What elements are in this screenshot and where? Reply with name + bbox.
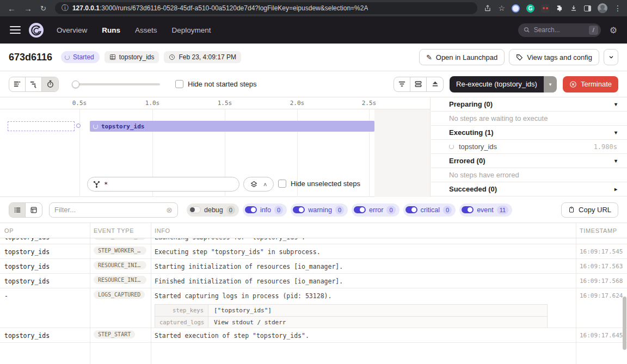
copy-url-button[interactable]: Copy URL (561, 202, 618, 218)
rows-view-button[interactable] (410, 77, 427, 91)
section-title: Errored (0) (449, 157, 485, 165)
level-count-badge: 11 (497, 206, 508, 214)
log-info-cell: Starting initialization of resources [io… (155, 263, 569, 270)
step-section-header[interactable]: Preparing (0)▾ (431, 97, 627, 112)
gantt-zoom-slider[interactable] (73, 83, 160, 85)
caret-down-icon: ▾ (614, 129, 617, 135)
log-row[interactable]: -LOGS_CAPTUREDStarted capturing logs in … (0, 288, 627, 328)
log-row[interactable]: topstory_idsSTEP_WORKER_STARTINGLaunchin… (0, 238, 627, 244)
gantt-timed-mode-button[interactable] (42, 77, 58, 91)
metadata-value: ["topstory_ids"] (208, 305, 547, 316)
level-count-badge: 0 (335, 206, 344, 214)
toggle-switch[interactable] (462, 206, 474, 213)
extension-clock-icon[interactable] (512, 4, 520, 13)
toggle-switch[interactable] (189, 206, 201, 213)
reload-icon[interactable]: ↻ (40, 4, 46, 13)
log-event-type-cell: STEP_WORKER_STARTED (94, 246, 146, 257)
executing-step-row[interactable]: topstory_ids1.980s (431, 140, 627, 154)
toggle-switch[interactable] (405, 206, 417, 213)
hide-not-started-label: Hide not started steps (188, 80, 256, 88)
log-scrollbar[interactable] (623, 297, 626, 350)
level-chip-error[interactable]: error0 (352, 203, 399, 217)
slider-knob[interactable] (72, 81, 79, 88)
gantt-waterfall-mode-button[interactable] (26, 77, 42, 91)
step-selection-input[interactable] (87, 177, 239, 192)
log-rows: topstory_idsSTEP_WORKER_STARTINGLaunchin… (0, 238, 627, 343)
puzzle-extensions-icon[interactable] (556, 4, 563, 12)
toggle-switch[interactable] (245, 206, 257, 213)
gantt-step-bar[interactable]: topstory_ids (90, 121, 374, 132)
site-info-icon[interactable]: ⓘ (62, 3, 69, 13)
nav-item-assets[interactable]: Assets (135, 26, 157, 34)
log-op-cell: - (4, 292, 8, 300)
level-chip-info[interactable]: info0 (243, 203, 287, 217)
spinner-icon (449, 144, 454, 149)
terminate-button[interactable]: Terminate (563, 76, 618, 92)
structured-view-button[interactable] (26, 203, 42, 217)
selection-query-input[interactable] (104, 181, 213, 188)
settings-gear-icon[interactable]: ⚙ (610, 25, 617, 35)
log-filter-input[interactable] (54, 206, 166, 214)
browser-menu-icon[interactable]: ⋮ (614, 4, 622, 13)
dagster-logo[interactable] (29, 23, 44, 38)
grammarly-icon[interactable]: G (526, 4, 534, 13)
hamburger-menu-icon[interactable] (10, 24, 21, 36)
step-tag[interactable]: topstory_ids (104, 51, 159, 63)
side-panel-icon[interactable] (584, 5, 591, 11)
log-row[interactable]: topstory_idsRESOURCE_INIT_SUCCESSFinishe… (0, 274, 627, 288)
log-row[interactable]: topstory_idsSTEP_WORKER_STARTEDExecuting… (0, 244, 627, 259)
log-event-type-cell: RESOURCE_INIT_SUCCESS (94, 276, 146, 286)
run-timestamp[interactable]: Feb 23, 4:09:17 PM (164, 51, 241, 63)
level-chip-critical[interactable]: critical0 (403, 203, 456, 217)
gantt-timeline: 0.5s1.0s1.5s2.0s2.5s (0, 97, 430, 109)
run-status-badge: Started (61, 51, 100, 63)
log-metadata-table: step_keys["topstory_ids"]captured_logsVi… (155, 304, 548, 328)
toggle-switch[interactable] (293, 206, 305, 213)
global-search[interactable]: Search... / (518, 23, 601, 37)
section-empty-text: No steps have errored (431, 168, 627, 182)
log-op-cell: topstory_ids (4, 332, 50, 340)
step-section-header[interactable]: Succeeded (0)▸ (431, 182, 627, 196)
filter-funnel-button[interactable] (394, 77, 410, 91)
hide-not-started-checkbox[interactable] (175, 80, 183, 88)
gantt-flat-mode-button[interactable] (9, 77, 26, 91)
level-chip-event[interactable]: event11 (459, 203, 512, 217)
log-row[interactable]: topstory_idsSTEP_STARTStarted execution … (0, 328, 627, 343)
section-title: Executing (1) (449, 128, 494, 137)
address-bar[interactable]: ⓘ 127.0.0.1:3000/runs/673d6116-0528-45df… (55, 2, 478, 14)
share-icon[interactable] (484, 4, 491, 12)
reexecute-caret[interactable]: ▾ (544, 76, 557, 92)
metadata-value[interactable]: View stdout / stderr (208, 317, 547, 328)
level-count-badge: 0 (274, 206, 283, 214)
extension-eyes-icon[interactable] (541, 4, 549, 13)
list-view-button[interactable] (9, 203, 26, 217)
log-row[interactable]: topstory_idsRESOURCE_INIT_STARTEDStartin… (0, 259, 627, 274)
run-more-actions-button[interactable] (604, 49, 618, 65)
download-icon[interactable] (570, 4, 577, 12)
level-chip-warning[interactable]: warning0 (291, 203, 348, 217)
log-table-header: OP EVENT TYPE INFO TIMESTAMP (0, 223, 627, 238)
hide-unselected-checkbox[interactable] (278, 180, 286, 188)
eject-top-button[interactable] (427, 77, 443, 91)
event-type-badge: STEP_START (94, 330, 135, 338)
clear-filter-icon[interactable]: ⊗ (166, 206, 173, 214)
spinner-icon (65, 55, 70, 60)
nav-item-deployment[interactable]: Deployment (172, 26, 211, 34)
profile-avatar[interactable] (598, 3, 607, 13)
back-icon[interactable]: ← (8, 4, 16, 13)
forward-icon[interactable]: → (24, 4, 32, 13)
open-in-launchpad-button[interactable]: ✎ Open in Launchpad (419, 49, 505, 65)
reexecute-button[interactable]: Re-execute (topstory_ids) ▾ (450, 76, 557, 92)
nav-item-overview[interactable]: Overview (57, 26, 87, 34)
step-section-header[interactable]: Errored (0)▾ (431, 154, 627, 168)
toggle-switch[interactable] (354, 206, 366, 213)
tag-icon (516, 54, 523, 61)
bookmark-star-icon[interactable]: ☆ (498, 4, 505, 13)
nav-item-runs[interactable]: Runs (102, 26, 120, 34)
step-section-header[interactable]: Executing (1)▾ (431, 126, 627, 140)
level-chip-debug[interactable]: debug0 (187, 203, 239, 217)
level-count-badge: 0 (226, 206, 235, 214)
graph-query-toggle[interactable]: ˄ (243, 177, 274, 192)
timeline-tick: 2.0s (290, 100, 305, 107)
view-tags-config-button[interactable]: View tags and config (509, 49, 599, 65)
